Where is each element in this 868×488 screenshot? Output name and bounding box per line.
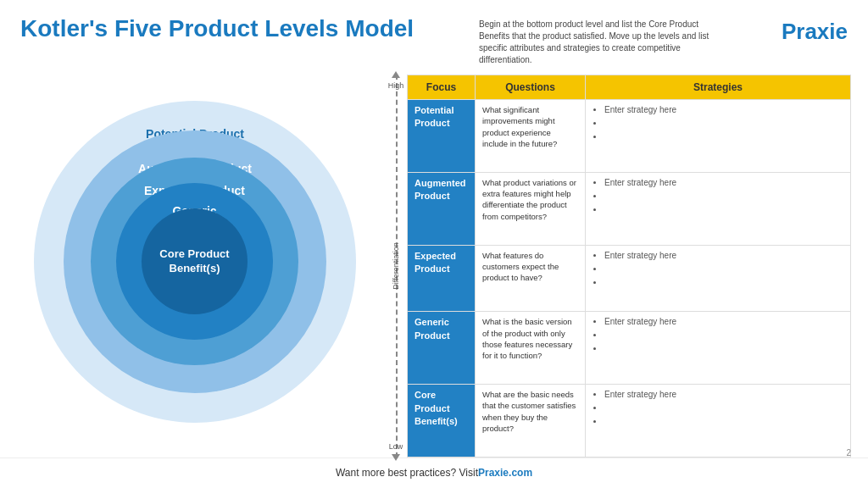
col-strategies-header: Strategies	[586, 75, 851, 100]
focus-cell-0: Potential Product	[408, 100, 476, 173]
axis-low-label: Low	[389, 442, 403, 451]
focus-cell-3: Generic Product	[408, 312, 476, 385]
logo: Praxie	[782, 19, 848, 45]
strategy-cell-4[interactable]: Enter strategy here	[586, 385, 851, 458]
footer-link[interactable]: Praxie.com	[478, 467, 532, 479]
table-row: Augmented ProductWhat product variations…	[408, 172, 851, 245]
main-content: Potential Product Augmented Product Expe…	[0, 75, 868, 458]
question-cell-3: What is the basic version of the product…	[476, 312, 586, 385]
header: Kotler's Five Product Levels Model Begin…	[0, 0, 868, 75]
page-number: 2	[846, 448, 851, 458]
question-cell-0: What significant improvements might prod…	[476, 100, 586, 173]
question-cell-4: What are the basic needs that the custom…	[476, 385, 586, 458]
focus-cell-1: Augmented Product	[408, 172, 476, 245]
focus-cell-4: Core Product Benefit(s)	[408, 385, 476, 458]
diagram-area: Potential Product Augmented Product Expe…	[17, 75, 373, 458]
table-row: Potential ProductWhat significant improv…	[408, 100, 851, 173]
header-subtitle: Begin at the bottom product level and li…	[470, 19, 725, 66]
table-row: Generic ProductWhat is the basic version…	[408, 312, 851, 385]
circles-container: Potential Product Augmented Product Expe…	[34, 101, 356, 423]
arrow-down-icon	[392, 454, 400, 461]
vertical-axis: High Differentiation Low	[387, 75, 405, 458]
question-cell-2: What features do customers expect the pr…	[476, 245, 586, 312]
circle-core-label: Core ProductBenefit(s)	[159, 247, 229, 276]
strategy-cell-1[interactable]: Enter strategy here	[586, 172, 851, 245]
col-questions-header: Questions	[476, 75, 586, 100]
table-wrapper: High Differentiation Low Focus Questions…	[387, 75, 851, 458]
table-row: Core Product Benefit(s)What are the basi…	[408, 385, 851, 458]
product-levels-table: Focus Questions Strategies Potential Pro…	[407, 75, 851, 458]
footer-text: Want more best practices? Visit	[336, 467, 478, 479]
strategy-cell-0[interactable]: Enter strategy here	[586, 100, 851, 173]
footer: Want more best practices? Visit Praxie.c…	[0, 458, 868, 486]
question-cell-1: What product variations or extra feature…	[476, 172, 586, 245]
axis-high-label: High	[388, 81, 404, 90]
strategy-cell-3[interactable]: Enter strategy here	[586, 312, 851, 385]
circle-core: Core ProductBenefit(s)	[142, 208, 248, 314]
strategy-cell-2[interactable]: Enter strategy here	[586, 245, 851, 312]
page-title: Kotler's Five Product Levels Model	[20, 15, 414, 42]
table-area: High Differentiation Low Focus Questions…	[387, 75, 851, 458]
focus-cell-2: Expected Product	[408, 245, 476, 312]
table-row: Expected ProductWhat features do custome…	[408, 245, 851, 312]
col-focus-header: Focus	[408, 75, 476, 100]
axis-mid-label: Differentiation	[392, 242, 400, 289]
